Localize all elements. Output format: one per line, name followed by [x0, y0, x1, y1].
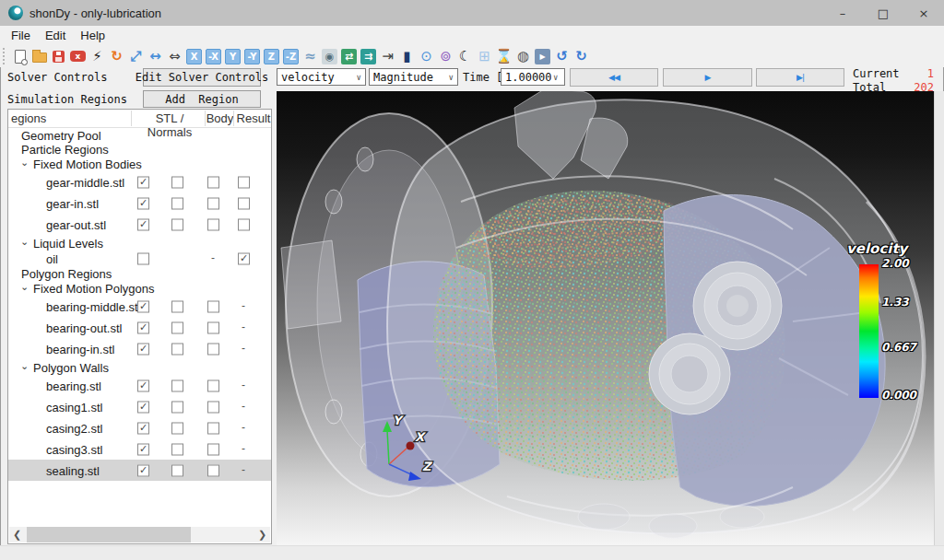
checkbox-stl[interactable]: [137, 321, 149, 333]
maximize-button[interactable]: □: [863, 0, 903, 26]
probe-point-icon[interactable]: ⊙: [417, 47, 436, 66]
tree-group-particle-regions[interactable]: Particle Regions: [8, 142, 271, 156]
checkbox-body[interactable]: [207, 300, 219, 312]
checkbox-body[interactable]: [207, 197, 219, 209]
tree-branch-liquid-levels[interactable]: ⌄Liquid Levels: [8, 235, 271, 251]
checkbox-result[interactable]: [238, 252, 250, 264]
tree-item-casing2[interactable]: casing2.stl: [8, 417, 271, 438]
checkbox-normals[interactable]: [171, 197, 183, 209]
checkbox-body[interactable]: [207, 401, 219, 413]
checkbox-body[interactable]: [207, 176, 219, 188]
add-region-button[interactable]: Add Region: [143, 90, 261, 108]
export-icon[interactable]: ⇥: [378, 47, 397, 66]
menu-edit[interactable]: Edit: [38, 27, 73, 44]
toolbar-grip[interactable]: [3, 48, 7, 64]
chevron-down-icon[interactable]: ⌄: [20, 235, 29, 247]
checkbox-normals[interactable]: [171, 176, 183, 188]
panel-toggle-icon[interactable]: ▮: [397, 47, 417, 66]
run-icon[interactable]: ⚡: [88, 47, 107, 66]
checkbox-body[interactable]: [207, 443, 219, 455]
checkbox-stl[interactable]: [137, 401, 149, 413]
checkbox-result[interactable]: [238, 379, 250, 391]
time-dropdown[interactable]: 1.000000: [501, 68, 565, 86]
scrollbar-thumb[interactable]: [27, 527, 191, 542]
viewport-vscrollbar[interactable]: [934, 91, 944, 545]
chevron-down-icon[interactable]: ⌄: [20, 280, 29, 292]
view-minus-y-button[interactable]: -Y: [242, 47, 262, 66]
tree-group-polygon-regions[interactable]: Polygon Regions: [8, 266, 271, 280]
step-back-button[interactable]: ◀◀: [570, 68, 658, 87]
hourglass-icon[interactable]: ⌛: [494, 47, 513, 66]
tree-branch-fixed-motion-polygons[interactable]: ⌄Fixed Motion Polygons: [8, 280, 271, 296]
tree-item-sealing[interactable]: sealing.stl: [8, 460, 271, 481]
viewport-3d[interactable]: Y X Z velocity 2.00 1.33 0.667 0.000: [277, 91, 934, 545]
checkbox-stl[interactable]: [137, 443, 149, 455]
checkbox-result[interactable]: [238, 176, 250, 188]
tree-item-gear-middle[interactable]: gear-middle.stl: [8, 171, 271, 192]
clip-region-icon[interactable]: ⇄: [339, 47, 359, 66]
scroll-left-icon[interactable]: ❮: [9, 527, 25, 542]
checkbox-body[interactable]: [207, 252, 219, 264]
refresh-icon[interactable]: ↻: [107, 47, 126, 66]
close-button[interactable]: ×: [903, 0, 944, 26]
checkbox-result[interactable]: [238, 401, 250, 413]
tree-group-geometry-pool[interactable]: Geometry Pool: [8, 128, 271, 142]
checkbox-stl[interactable]: [137, 252, 149, 264]
view-z-button[interactable]: Z: [262, 47, 281, 66]
plot-curves-icon[interactable]: ≈: [301, 47, 320, 66]
minimize-button[interactable]: –: [822, 0, 863, 26]
tree-item-bearing-out[interactable]: bearing-out.stl: [8, 317, 271, 338]
checkbox-stl[interactable]: [137, 343, 149, 355]
animation-icon[interactable]: ▶: [533, 47, 552, 66]
blend-icon[interactable]: ◍: [513, 47, 533, 66]
checkbox-result[interactable]: [238, 343, 250, 355]
dark-mode-icon[interactable]: ☾: [455, 47, 475, 66]
checkbox-normals[interactable]: [171, 443, 183, 455]
tree-branch-fixed-motion-bodies[interactable]: ⌄Fixed Motion Bodies: [8, 156, 271, 171]
checkbox-result[interactable]: [238, 464, 250, 476]
view-minus-z-button[interactable]: -Z: [281, 47, 301, 66]
checkbox-body[interactable]: [207, 422, 219, 434]
checkbox-body[interactable]: [207, 218, 219, 230]
checkbox-normals[interactable]: [171, 401, 183, 413]
new-file-icon[interactable]: [10, 47, 30, 66]
tree-item-gear-out[interactable]: gear-out.stl: [8, 214, 271, 235]
menu-file[interactable]: File: [4, 27, 38, 44]
checkbox-normals[interactable]: [171, 379, 183, 391]
checkbox-result[interactable]: [238, 422, 250, 434]
checkbox-normals[interactable]: [171, 422, 183, 434]
snapshot-icon[interactable]: ◉: [320, 47, 339, 66]
fit-width-icon[interactable]: ↔: [146, 47, 165, 66]
step-forward-button[interactable]: ▶: [663, 68, 752, 87]
checkbox-stl[interactable]: [137, 300, 149, 312]
checkbox-stl[interactable]: [137, 379, 149, 391]
checkbox-body[interactable]: [207, 343, 219, 355]
tree-hscrollbar[interactable]: ❮ ❯: [9, 527, 270, 542]
checkbox-stl[interactable]: [137, 422, 149, 434]
measure-icon[interactable]: ⇔: [165, 47, 184, 66]
chevron-down-icon[interactable]: ⌄: [20, 359, 29, 371]
undo-icon[interactable]: ↺: [552, 47, 572, 66]
skip-to-end-button[interactable]: ▶|: [756, 68, 844, 87]
field-dropdown[interactable]: velocity: [277, 68, 366, 86]
menu-help[interactable]: Help: [73, 27, 112, 44]
tree-item-bearing-in[interactable]: bearing-in.stl: [8, 338, 271, 359]
checkbox-normals[interactable]: [171, 300, 183, 312]
view-minus-x-button[interactable]: -X: [204, 47, 223, 66]
view-y-button[interactable]: Y: [223, 47, 242, 66]
save-icon[interactable]: [49, 47, 68, 66]
checkbox-result[interactable]: [238, 197, 250, 209]
checkbox-normals[interactable]: [171, 464, 183, 476]
checkbox-body[interactable]: [207, 379, 219, 391]
checkbox-stl[interactable]: [137, 197, 149, 209]
checkbox-result[interactable]: [238, 443, 250, 455]
checkbox-body[interactable]: [207, 321, 219, 333]
component-dropdown[interactable]: Magnitude: [369, 68, 458, 86]
checkbox-body[interactable]: [207, 464, 219, 476]
checkbox-result[interactable]: [238, 218, 250, 230]
tree-item-casing1[interactable]: casing1.stl: [8, 396, 271, 417]
camera-icon[interactable]: ⊚: [436, 47, 455, 66]
vector-icon[interactable]: ⇉: [359, 47, 378, 66]
checkbox-result[interactable]: [238, 300, 250, 312]
tree-item-casing3[interactable]: casing3.stl: [8, 438, 271, 460]
